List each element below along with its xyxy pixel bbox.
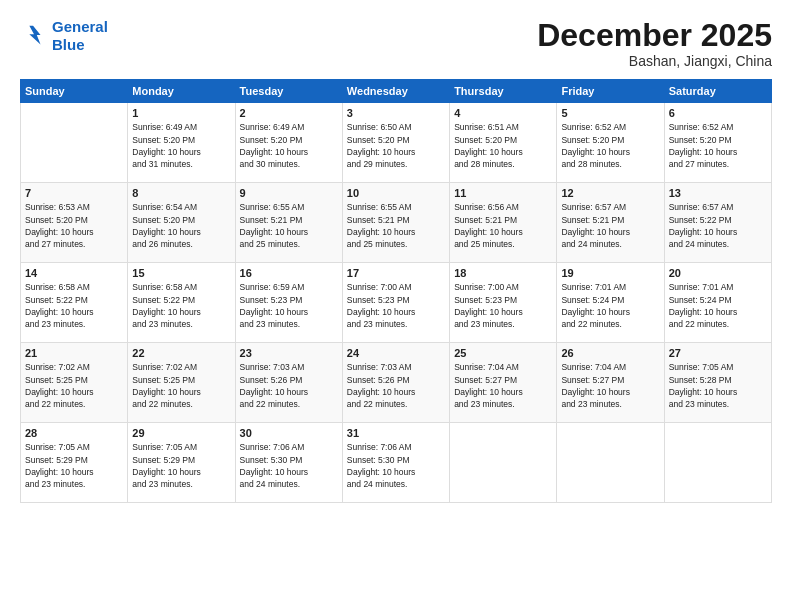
calendar-cell: 24Sunrise: 7:03 AMSunset: 5:26 PMDayligh… xyxy=(342,343,449,423)
calendar-cell: 1Sunrise: 6:49 AMSunset: 5:20 PMDaylight… xyxy=(128,103,235,183)
day-number: 11 xyxy=(454,187,552,199)
calendar-cell xyxy=(557,423,664,503)
logo-text: General Blue xyxy=(52,18,108,54)
calendar-cell: 9Sunrise: 6:55 AMSunset: 5:21 PMDaylight… xyxy=(235,183,342,263)
calendar-cell: 3Sunrise: 6:50 AMSunset: 5:20 PMDaylight… xyxy=(342,103,449,183)
day-number: 17 xyxy=(347,267,445,279)
day-number: 12 xyxy=(561,187,659,199)
calendar-cell: 19Sunrise: 7:01 AMSunset: 5:24 PMDayligh… xyxy=(557,263,664,343)
week-row-4: 21Sunrise: 7:02 AMSunset: 5:25 PMDayligh… xyxy=(21,343,772,423)
day-info: Sunrise: 6:52 AMSunset: 5:20 PMDaylight:… xyxy=(561,121,659,170)
day-info: Sunrise: 7:05 AMSunset: 5:29 PMDaylight:… xyxy=(132,441,230,490)
calendar-cell xyxy=(664,423,771,503)
day-info: Sunrise: 7:03 AMSunset: 5:26 PMDaylight:… xyxy=(347,361,445,410)
day-number: 24 xyxy=(347,347,445,359)
day-info: Sunrise: 6:51 AMSunset: 5:20 PMDaylight:… xyxy=(454,121,552,170)
day-info: Sunrise: 7:04 AMSunset: 5:27 PMDaylight:… xyxy=(454,361,552,410)
day-number: 31 xyxy=(347,427,445,439)
day-info: Sunrise: 6:55 AMSunset: 5:21 PMDaylight:… xyxy=(240,201,338,250)
header: General Blue December 2025 Bashan, Jiang… xyxy=(20,18,772,69)
day-info: Sunrise: 7:05 AMSunset: 5:29 PMDaylight:… xyxy=(25,441,123,490)
day-info: Sunrise: 7:06 AMSunset: 5:30 PMDaylight:… xyxy=(347,441,445,490)
calendar-cell: 12Sunrise: 6:57 AMSunset: 5:21 PMDayligh… xyxy=(557,183,664,263)
day-number: 4 xyxy=(454,107,552,119)
day-number: 1 xyxy=(132,107,230,119)
title-block: December 2025 Bashan, Jiangxi, China xyxy=(537,18,772,69)
day-number: 10 xyxy=(347,187,445,199)
day-number: 3 xyxy=(347,107,445,119)
day-info: Sunrise: 6:49 AMSunset: 5:20 PMDaylight:… xyxy=(240,121,338,170)
weekday-header-saturday: Saturday xyxy=(664,80,771,103)
calendar-cell: 28Sunrise: 7:05 AMSunset: 5:29 PMDayligh… xyxy=(21,423,128,503)
day-info: Sunrise: 6:50 AMSunset: 5:20 PMDaylight:… xyxy=(347,121,445,170)
day-number: 6 xyxy=(669,107,767,119)
day-number: 9 xyxy=(240,187,338,199)
day-info: Sunrise: 7:01 AMSunset: 5:24 PMDaylight:… xyxy=(561,281,659,330)
day-info: Sunrise: 6:53 AMSunset: 5:20 PMDaylight:… xyxy=(25,201,123,250)
calendar-cell: 13Sunrise: 6:57 AMSunset: 5:22 PMDayligh… xyxy=(664,183,771,263)
calendar-cell: 30Sunrise: 7:06 AMSunset: 5:30 PMDayligh… xyxy=(235,423,342,503)
calendar-cell: 8Sunrise: 6:54 AMSunset: 5:20 PMDaylight… xyxy=(128,183,235,263)
day-number: 21 xyxy=(25,347,123,359)
day-number: 13 xyxy=(669,187,767,199)
weekday-header-thursday: Thursday xyxy=(450,80,557,103)
weekday-header-monday: Monday xyxy=(128,80,235,103)
calendar-cell: 14Sunrise: 6:58 AMSunset: 5:22 PMDayligh… xyxy=(21,263,128,343)
calendar-table: SundayMondayTuesdayWednesdayThursdayFrid… xyxy=(20,79,772,503)
calendar-cell: 10Sunrise: 6:55 AMSunset: 5:21 PMDayligh… xyxy=(342,183,449,263)
day-number: 22 xyxy=(132,347,230,359)
logo: General Blue xyxy=(20,18,108,54)
day-number: 7 xyxy=(25,187,123,199)
day-number: 28 xyxy=(25,427,123,439)
calendar-cell: 29Sunrise: 7:05 AMSunset: 5:29 PMDayligh… xyxy=(128,423,235,503)
day-info: Sunrise: 7:05 AMSunset: 5:28 PMDaylight:… xyxy=(669,361,767,410)
day-number: 2 xyxy=(240,107,338,119)
svg-marker-0 xyxy=(29,26,40,45)
day-info: Sunrise: 6:52 AMSunset: 5:20 PMDaylight:… xyxy=(669,121,767,170)
day-number: 25 xyxy=(454,347,552,359)
day-number: 30 xyxy=(240,427,338,439)
weekday-header-sunday: Sunday xyxy=(21,80,128,103)
calendar-cell: 5Sunrise: 6:52 AMSunset: 5:20 PMDaylight… xyxy=(557,103,664,183)
calendar-cell: 17Sunrise: 7:00 AMSunset: 5:23 PMDayligh… xyxy=(342,263,449,343)
day-info: Sunrise: 6:57 AMSunset: 5:22 PMDaylight:… xyxy=(669,201,767,250)
day-info: Sunrise: 7:03 AMSunset: 5:26 PMDaylight:… xyxy=(240,361,338,410)
calendar-cell: 31Sunrise: 7:06 AMSunset: 5:30 PMDayligh… xyxy=(342,423,449,503)
calendar-cell: 25Sunrise: 7:04 AMSunset: 5:27 PMDayligh… xyxy=(450,343,557,423)
day-info: Sunrise: 6:54 AMSunset: 5:20 PMDaylight:… xyxy=(132,201,230,250)
location: Bashan, Jiangxi, China xyxy=(537,53,772,69)
calendar-cell: 15Sunrise: 6:58 AMSunset: 5:22 PMDayligh… xyxy=(128,263,235,343)
day-number: 18 xyxy=(454,267,552,279)
month-title: December 2025 xyxy=(537,18,772,53)
day-info: Sunrise: 6:55 AMSunset: 5:21 PMDaylight:… xyxy=(347,201,445,250)
logo-icon xyxy=(20,22,48,50)
day-info: Sunrise: 6:58 AMSunset: 5:22 PMDaylight:… xyxy=(132,281,230,330)
weekday-header-wednesday: Wednesday xyxy=(342,80,449,103)
day-info: Sunrise: 6:57 AMSunset: 5:21 PMDaylight:… xyxy=(561,201,659,250)
day-number: 27 xyxy=(669,347,767,359)
day-number: 16 xyxy=(240,267,338,279)
calendar-cell: 21Sunrise: 7:02 AMSunset: 5:25 PMDayligh… xyxy=(21,343,128,423)
day-number: 14 xyxy=(25,267,123,279)
day-info: Sunrise: 6:58 AMSunset: 5:22 PMDaylight:… xyxy=(25,281,123,330)
day-number: 19 xyxy=(561,267,659,279)
weekday-header-row: SundayMondayTuesdayWednesdayThursdayFrid… xyxy=(21,80,772,103)
week-row-2: 7Sunrise: 6:53 AMSunset: 5:20 PMDaylight… xyxy=(21,183,772,263)
weekday-header-tuesday: Tuesday xyxy=(235,80,342,103)
day-number: 5 xyxy=(561,107,659,119)
calendar-cell: 26Sunrise: 7:04 AMSunset: 5:27 PMDayligh… xyxy=(557,343,664,423)
calendar-cell xyxy=(450,423,557,503)
calendar-page: General Blue December 2025 Bashan, Jiang… xyxy=(0,0,792,612)
calendar-cell: 6Sunrise: 6:52 AMSunset: 5:20 PMDaylight… xyxy=(664,103,771,183)
day-number: 26 xyxy=(561,347,659,359)
week-row-5: 28Sunrise: 7:05 AMSunset: 5:29 PMDayligh… xyxy=(21,423,772,503)
day-number: 23 xyxy=(240,347,338,359)
day-info: Sunrise: 7:06 AMSunset: 5:30 PMDaylight:… xyxy=(240,441,338,490)
calendar-cell xyxy=(21,103,128,183)
week-row-3: 14Sunrise: 6:58 AMSunset: 5:22 PMDayligh… xyxy=(21,263,772,343)
calendar-cell: 2Sunrise: 6:49 AMSunset: 5:20 PMDaylight… xyxy=(235,103,342,183)
day-info: Sunrise: 7:01 AMSunset: 5:24 PMDaylight:… xyxy=(669,281,767,330)
day-number: 15 xyxy=(132,267,230,279)
day-number: 20 xyxy=(669,267,767,279)
day-info: Sunrise: 7:04 AMSunset: 5:27 PMDaylight:… xyxy=(561,361,659,410)
